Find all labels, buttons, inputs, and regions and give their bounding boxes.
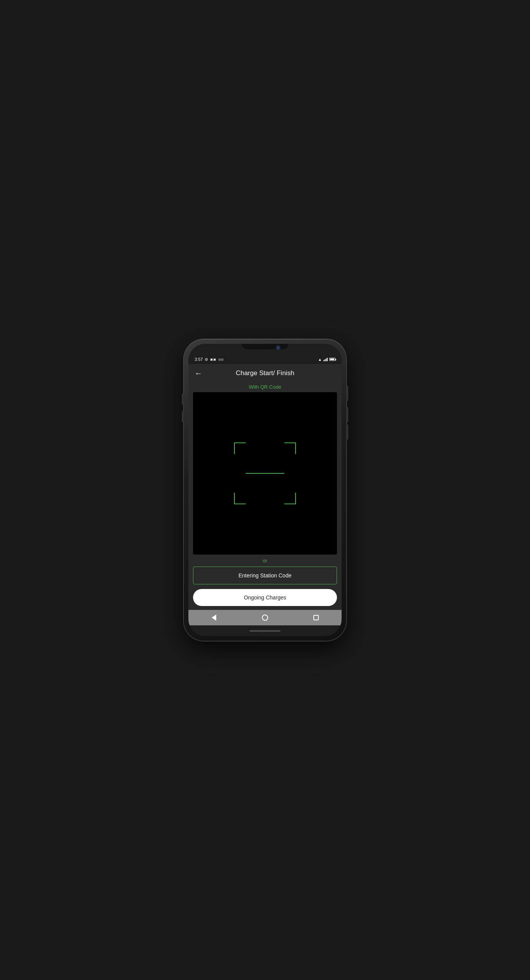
wifi-icon: ▲ xyxy=(318,357,322,362)
phone-screen: 3:57 ▣ ◎ ▲ xyxy=(188,344,342,636)
back-button[interactable]: ← xyxy=(195,368,205,379)
sd-icon: ▣ xyxy=(210,358,216,361)
phone-bottom xyxy=(188,625,342,636)
bottom-bar xyxy=(250,630,280,632)
corner-br xyxy=(284,493,296,504)
nav-back-button[interactable] xyxy=(206,610,222,625)
notch-bar xyxy=(242,344,288,349)
qr-section-label: With QR Code xyxy=(188,382,342,392)
page-title: Charge Start/ Finish xyxy=(205,369,335,377)
notch-area xyxy=(188,344,342,355)
nav-recents-icon xyxy=(313,615,319,620)
entering-station-code-button[interactable]: Entering Station Code xyxy=(193,567,337,584)
corner-tr xyxy=(284,442,296,454)
status-time: 3:57 xyxy=(195,357,203,362)
qr-scanner-area xyxy=(193,392,337,555)
app-content: ← Charge Start/ Finish With QR Code or E… xyxy=(188,364,342,610)
scan-line xyxy=(246,473,284,474)
qr-frame xyxy=(234,442,296,504)
nav-home-button[interactable] xyxy=(257,610,273,625)
battery-icon xyxy=(329,358,335,361)
corner-bl xyxy=(234,493,246,504)
corner-tl xyxy=(234,442,246,454)
nav-bar xyxy=(188,610,342,625)
status-left: 3:57 ▣ ◎ xyxy=(195,357,224,362)
or-separator: or xyxy=(188,555,342,567)
camera-dot xyxy=(277,346,280,349)
phone-device: 3:57 ▣ ◎ ▲ xyxy=(184,339,346,641)
nav-home-icon xyxy=(262,615,268,621)
status-bar: 3:57 ▣ ◎ ▲ xyxy=(188,355,342,364)
nav-back-icon xyxy=(212,615,216,621)
nfc-icon: ◎ xyxy=(218,358,224,361)
nav-recents-button[interactable] xyxy=(308,610,324,625)
gear-icon xyxy=(205,357,208,362)
status-icons-right: ▲ xyxy=(318,357,335,362)
signal-icon xyxy=(323,357,328,361)
ongoing-charges-button[interactable]: Ongoing Charges xyxy=(193,589,337,606)
app-header: ← Charge Start/ Finish xyxy=(188,364,342,382)
